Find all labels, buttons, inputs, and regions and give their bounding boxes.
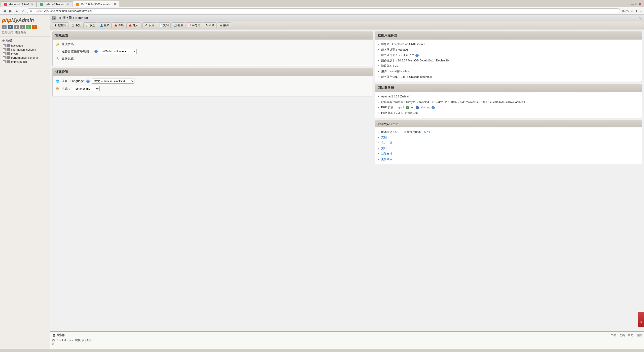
favorites-link[interactable]: 表收藏夹 [15, 31, 26, 34]
general-settings-header: 常规设置 [53, 32, 373, 40]
back-button[interactable]: ◀ [2, 8, 7, 13]
toolbar-variables-btn[interactable]: 🔄 变量 [171, 22, 185, 28]
close-button[interactable]: ✕ [639, 3, 641, 6]
accounts-icon: 👤 [100, 24, 103, 27]
console-bookmark-btn[interactable]: 书签 [611, 333, 616, 337]
toolbar-charset-btn[interactable]: 📝 字符集 [186, 22, 202, 28]
console-options-btn[interactable]: 选项 [619, 333, 625, 337]
new-tab-button[interactable]: + [120, 1, 126, 7]
changelog-link[interactable]: 更新列表 [381, 158, 392, 161]
console-clear-btn[interactable]: 清除 [636, 333, 642, 337]
collation-info-icon[interactable]: ? [94, 50, 98, 53]
address-bar[interactable]: 🔓 10.10.8.24:9000/index.php?route=/&rout… [27, 8, 620, 13]
toolbar-variables-label: 变量 [177, 23, 183, 27]
variables-icon: 🔄 [173, 24, 177, 27]
inner-close-btn[interactable]: ✕ [639, 16, 642, 20]
db-information-schema[interactable]: + information_schema [0, 48, 50, 52]
db-server-text-2: 服务器连接：SSL未被使用 [381, 53, 414, 56]
toolbar-export-btn[interactable]: 📤 导出 [112, 22, 126, 28]
tab-close-3[interactable]: ✕ [114, 3, 116, 6]
changelog-item: 更新列表 [378, 157, 639, 162]
reload-button[interactable]: ↻ [15, 8, 20, 13]
sidebar-divider [0, 37, 50, 37]
new-database-button[interactable]: ⊕ 新建 [0, 37, 50, 44]
toolbar-plugins-btn[interactable]: 🔌 插件 [217, 22, 231, 28]
console-history-btn[interactable]: 历史 [628, 333, 633, 337]
change-password-link[interactable]: 修改密码 [62, 42, 74, 46]
contribute-item: 贡献 [378, 146, 639, 151]
bookmark-icon[interactable]: ☆ [631, 9, 633, 13]
curl-icon[interactable]: ✓ [416, 106, 419, 109]
db-server-item-3: 服务器版本：10.3.27-MariaDB-0+deb10u1 - Debian… [378, 58, 639, 63]
more-settings-item: 🔧 更多设置 [56, 56, 370, 61]
theme-item: 🎨 主题： pmahomme original metro [56, 86, 370, 91]
recent-link[interactable]: 近期访问 [2, 31, 13, 34]
tab-close-1[interactable]: ✕ [31, 3, 33, 6]
ssl-info-icon[interactable]: ? [415, 54, 419, 57]
toolbar-accounts-btn[interactable]: 👤 账户 [98, 22, 112, 28]
inner-back-btn[interactable]: ◀ [52, 16, 56, 20]
tab-phpmyadmin[interactable]: 10.10.8.24:9000 / localh... ✕ [73, 1, 120, 7]
toolbar-sql-btn[interactable]: 📋 SQL [69, 23, 83, 28]
db-phpmyadmin[interactable]: + phpmyadmin [0, 60, 50, 64]
web-server-item-3: PHP 版本：7.3.27-1~deb10u1 [378, 110, 639, 116]
toolbar-import-btn[interactable]: 📥 导入 [126, 22, 140, 28]
toolbar-settings-btn[interactable]: ⚙ 设置 [142, 22, 156, 28]
plugins-icon: 🔌 [219, 24, 223, 27]
engines-icon: ⚙ [205, 24, 208, 27]
corner-badge[interactable]: 改 [638, 312, 644, 327]
version-label: 版本信息：5.1.0，最新稳定版本： [381, 130, 423, 133]
support-link[interactable]: 获取支持 [381, 152, 392, 155]
tab-hacksudo[interactable]: Hacksudo Alien? ✕ [1, 1, 37, 7]
db-name-information: information_schema [11, 48, 36, 51]
latest-version-link[interactable]: 5.2.1 [424, 130, 430, 133]
toolbar-database-btn[interactable]: 🗄 数据库 [52, 22, 68, 28]
toolbar-engines-btn[interactable]: ⚙ 引擎 [203, 22, 217, 28]
menu-icon[interactable]: ☰ [639, 9, 642, 13]
phpmyadmin-info-list: 版本信息：5.1.0，最新稳定版本： 5.2.1 文档 官方主页 贡献 [375, 127, 642, 164]
db-performance-schema[interactable]: + performance_schema [0, 56, 50, 60]
sidebar-refresh-icon[interactable]: ↻ [26, 25, 31, 29]
language-info-icon[interactable]: ? [86, 80, 90, 83]
minimize-button[interactable]: — [631, 3, 634, 6]
expand-icon: + [3, 56, 6, 59]
sidebar-db-icon[interactable]: ▤ [8, 25, 13, 29]
sidebar-external-icon[interactable]: ↗ [32, 25, 37, 29]
collation-select[interactable]: utf8mb4_unicode_ci utf8_general_ci latin… [100, 49, 137, 54]
db-hacksudo[interactable]: + hacksudo [0, 44, 50, 48]
mysqli-link[interactable]: mysqli [397, 106, 405, 109]
curl-link[interactable]: curl [410, 106, 414, 109]
collation-icon: 🗂 [56, 49, 60, 53]
download-icon[interactable]: ⬇ [635, 9, 637, 13]
toolbar-status-btn[interactable]: 📊 状态 [83, 22, 97, 28]
db-icon-mysql [7, 52, 10, 55]
homepage-link[interactable]: 官方主页 [381, 141, 392, 144]
homepage-item: 官方主页 [378, 140, 639, 146]
sidebar-settings-icon[interactable]: ⚙ [20, 25, 25, 29]
more-settings-link[interactable]: 更多设置 [62, 56, 74, 61]
theme-select[interactable]: pmahomme original metro [73, 86, 100, 91]
contribute-link[interactable]: 贡献 [381, 147, 387, 150]
sidebar-info-icon[interactable]: ℹ [14, 25, 19, 29]
maximize-button[interactable]: □ [635, 3, 637, 6]
content-left: 常规设置 🔑 修改密码 🗂 服务器连接排序规则： ? [52, 31, 373, 329]
toolbar-replicate-btn[interactable]: 📄 复制 [157, 22, 171, 28]
tab-label-1: Hacksudo Alien? [9, 3, 29, 6]
home-button[interactable]: ⌂ [21, 8, 25, 13]
mysqli-icon[interactable]: ✓ [406, 106, 409, 109]
docs-link[interactable]: 文档 [381, 136, 387, 139]
db-server-item-6: 服务器字符集：UTF-8 Unicode (utf8mb4) [378, 74, 639, 80]
forward-button[interactable]: ▶ [8, 8, 13, 13]
db-mysql[interactable]: + mysql [0, 52, 50, 56]
mbstring-icon[interactable]: ✓ [432, 106, 435, 109]
tab-backup[interactable]: Index of /backup ✕ [37, 1, 72, 7]
tab-favicon-2 [40, 3, 43, 6]
console-header: ▤ 控制台 书签 选项 历史 清除 [52, 333, 642, 337]
mbstring-link[interactable]: mbstring [420, 106, 430, 109]
theme-icon: 🎨 [56, 87, 60, 91]
language-label: 语言 - Language [62, 79, 84, 83]
tab-close-2[interactable]: ✕ [67, 3, 69, 6]
db-server-text-5: 用户：vishal@localhost [381, 70, 410, 73]
sidebar-home-icon[interactable]: ⌂ [2, 25, 7, 29]
language-select[interactable]: 中文 - Chinese simplified English Français… [92, 79, 134, 84]
